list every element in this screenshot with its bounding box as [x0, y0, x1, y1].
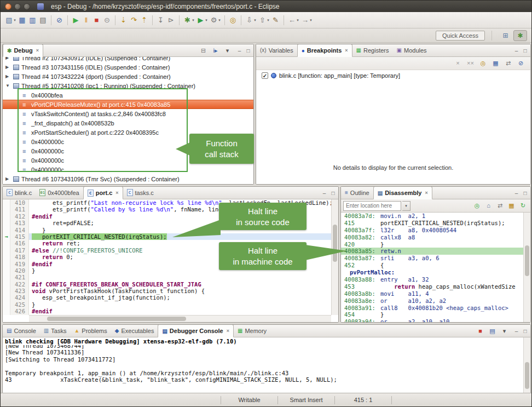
dropdown-arrow-icon[interactable]: ▾: [253, 15, 257, 26]
terminate-icon[interactable]: ■: [475, 325, 485, 336]
code-text[interactable]: return ret;: [29, 240, 80, 247]
debug-frame-row[interactable]: ≡vPortCPUReleaseMutex() at port.c:415 0x…: [3, 100, 253, 109]
breakpoint-item[interactable]: ✓blink.c [function: app_main] [type: Tem…: [256, 70, 530, 79]
dropdown-arrow-icon[interactable]: ▾: [13, 15, 17, 26]
maximize-icon[interactable]: □: [329, 190, 337, 196]
show-breakpoints-for-selection-icon[interactable]: ◎: [478, 58, 488, 69]
expand-arrow-icon[interactable]: ▶: [5, 65, 11, 70]
link-with-debug-view-icon[interactable]: ⇄: [503, 58, 513, 69]
window-close-button[interactable]: [5, 3, 11, 10]
breakpoint-checkbox[interactable]: ✓: [262, 72, 268, 79]
dropdown-arrow-icon[interactable]: ▾: [296, 15, 300, 26]
collapse-all-icon[interactable]: ⊟: [198, 45, 209, 56]
dropdown-arrow-icon[interactable]: ▾: [191, 15, 195, 26]
dropdown-arrow-icon[interactable]: ▾: [204, 15, 209, 26]
suspend-icon[interactable]: ‖: [81, 15, 91, 26]
tab-disassembly[interactable]: ▤Disassembly×: [373, 186, 432, 199]
drop-to-frame-icon[interactable]: ↧: [155, 15, 166, 26]
tab-close-icon[interactable]: ×: [425, 190, 427, 196]
dropdown-arrow-icon[interactable]: ▾: [266, 15, 270, 26]
go-to-file-for-breakpoint-icon[interactable]: ▦: [490, 58, 501, 69]
instruction-stepping-mode-icon[interactable]: i▸: [210, 45, 221, 56]
display-selected-console-icon[interactable]: ▤: [487, 325, 498, 336]
quick-access-button[interactable]: Quick Access: [436, 31, 485, 41]
maximize-icon[interactable]: □: [522, 48, 529, 54]
disassembly-vertical-scrollbar[interactable]: [523, 213, 530, 322]
skip-all-breakpoints-icon[interactable]: ⊘: [516, 58, 526, 69]
maximize-icon[interactable]: □: [522, 328, 529, 334]
minimize-icon[interactable]: –: [321, 190, 328, 196]
use-step-filters-icon[interactable]: ⊳: [166, 15, 176, 26]
window-titlebar[interactable]: esp - Debug - /home/krzysztof/esp/esp-id…: [1, 1, 531, 12]
tab-variables[interactable]: (x)Variables: [256, 44, 297, 56]
editor-horizontal-scrollbar[interactable]: [29, 315, 331, 322]
scrollbar-thumb[interactable]: [525, 245, 529, 276]
refresh-icon[interactable]: ↻: [518, 200, 528, 211]
tab-port-c[interactable]: cport.c×: [83, 186, 123, 199]
debug-thread-row[interactable]: ▶Thread #4 1073432224 (dport) (Suspended…: [3, 72, 253, 81]
code-text[interactable]: }: [29, 227, 45, 233]
code-text[interactable]: ets_printf("Called by %s line %d\n", fnN…: [29, 206, 229, 213]
tab-executables[interactable]: ◆Executables: [111, 324, 158, 337]
step-into-icon[interactable]: ⇣: [118, 15, 129, 26]
expand-arrow-icon[interactable]: ▶: [5, 176, 11, 181]
minimize-icon[interactable]: –: [236, 48, 243, 54]
remove-breakpoint-icon[interactable]: ×: [453, 58, 463, 69]
tab-close-icon[interactable]: ×: [115, 190, 118, 196]
terminate-icon[interactable]: ■: [91, 15, 102, 26]
link-with-source-icon[interactable]: ⇄: [495, 200, 505, 211]
tab-memory[interactable]: ▦Memory: [234, 324, 270, 337]
home-icon[interactable]: ⌂: [483, 200, 494, 211]
remove-all-breakpoints-icon[interactable]: ××: [465, 58, 476, 69]
maximize-icon[interactable]: □: [245, 48, 252, 54]
tab-0x4000bfea[interactable]: 010x4000bfea: [36, 186, 83, 199]
tab-console[interactable]: ▤Console: [3, 324, 40, 337]
debug-perspective-icon[interactable]: ✱: [513, 30, 527, 41]
code-text[interactable]: #else //!CONFIG_FREERTOS_UNICORE: [29, 247, 142, 254]
code-text[interactable]: #endif: [29, 213, 53, 220]
console-vertical-scrollbar[interactable]: [523, 337, 530, 393]
step-return-icon[interactable]: ⇡: [139, 15, 149, 26]
debug-thread-row[interactable]: ▶Thread #6 1073431096 (Tmr Svc) (Suspend…: [3, 174, 253, 184]
tab-debugger-console[interactable]: ▤Debugger Console×: [158, 324, 234, 337]
tab-modules[interactable]: ▣Modules: [393, 44, 431, 56]
tab-close-icon[interactable]: ×: [227, 328, 229, 334]
tab-tasks-c[interactable]: ctasks.c: [123, 186, 158, 199]
resume-icon[interactable]: ▶: [71, 15, 81, 26]
tab-tasks[interactable]: ▥Tasks: [40, 324, 71, 337]
scrollbar-thumb[interactable]: [47, 317, 186, 321]
code-text[interactable]: [29, 274, 32, 280]
code-text[interactable]: ret=pdFALSE;: [29, 220, 94, 226]
search-icon[interactable]: ◎: [228, 15, 238, 26]
debug-frame-row[interactable]: ≡vTaskSwitchContext() at tasks.c:2,846 0…: [3, 109, 253, 118]
scrollbar-thumb[interactable]: [525, 362, 529, 388]
open-perspective-icon[interactable]: ⊞: [499, 30, 512, 41]
save-icon[interactable]: ▦: [17, 15, 27, 26]
debug-thread-row[interactable]: ▶Thread #2 1073430912 (IDLE) (Suspended …: [3, 57, 253, 62]
minimize-icon[interactable]: –: [513, 48, 520, 54]
view-menu-icon[interactable]: ▾: [222, 45, 233, 56]
dropdown-arrow-icon[interactable]: ▾: [217, 15, 222, 26]
dropdown-arrow-icon[interactable]: ▾: [309, 15, 313, 26]
debug-frame-row[interactable]: ≡0x4000000c: [3, 165, 253, 174]
expand-arrow-icon[interactable]: ▶: [5, 57, 11, 60]
tab-outline[interactable]: ≡Outline: [341, 186, 373, 199]
show-opcodes-icon[interactable]: ▦: [506, 200, 517, 211]
tab-close-icon[interactable]: ×: [345, 48, 348, 53]
open-console-dropdown-icon[interactable]: ▾: [499, 325, 510, 336]
step-over-icon[interactable]: ↷: [129, 15, 139, 26]
tab-problems[interactable]: ▲Problems: [70, 324, 111, 337]
last-edit-location-icon[interactable]: ✎: [270, 15, 281, 26]
code-text[interactable]: return 0;: [29, 254, 73, 260]
tab-breakpoints[interactable]: ●Breakpoints×: [297, 44, 352, 57]
debug-frame-row[interactable]: ≡_frxt_dispatch() at 0x4008532b: [3, 118, 253, 128]
location-dropdown-icon[interactable]: ▾: [402, 201, 410, 211]
location-input[interactable]: [343, 201, 401, 211]
code-text[interactable]: portEXIT_CRITICAL_NESTED(irqStatus);: [29, 233, 167, 240]
code-text[interactable]: #endif: [29, 261, 53, 267]
minimize-icon[interactable]: –: [513, 328, 520, 334]
window-minimize-button[interactable]: [14, 3, 21, 10]
window-maximize-button[interactable]: [24, 3, 30, 10]
expand-arrow-icon[interactable]: ▶: [5, 74, 11, 79]
skip-all-breakpoints-icon[interactable]: ⊘: [54, 15, 65, 26]
